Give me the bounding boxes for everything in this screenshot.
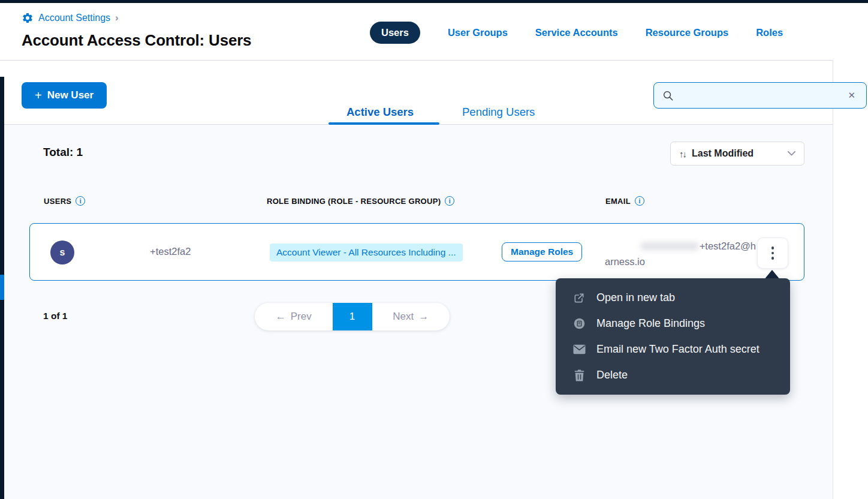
tab-resource-groups[interactable]: Resource Groups: [646, 27, 728, 38]
email-line-1: +test2fa2@h: [605, 238, 756, 254]
kebab-dot: [771, 257, 774, 260]
tab-service-accounts[interactable]: Service Accounts: [535, 27, 618, 38]
pagination-next-button[interactable]: Next →: [372, 303, 450, 330]
row-options-button[interactable]: [757, 238, 788, 269]
chevron-down-icon: [788, 151, 795, 156]
column-header-email: EMAIL i: [605, 196, 644, 206]
sort-arrows-icon: ↑↓: [679, 149, 686, 159]
pagination-page-1[interactable]: 1: [333, 303, 372, 330]
active-tab-underline: [328, 122, 439, 125]
search-icon: [662, 90, 674, 101]
column-header-users: USERS i: [44, 196, 85, 206]
email-header-label: EMAIL: [605, 197, 631, 206]
kebab-dot: [771, 247, 774, 250]
pagination-control: ← Prev 1 Next →: [255, 303, 450, 330]
info-icon[interactable]: i: [445, 196, 454, 206]
email-cell: +test2fa2@h arness.io: [605, 238, 756, 269]
gear-icon: [22, 12, 34, 24]
breadcrumb-account-settings-link[interactable]: Account Settings: [38, 13, 110, 23]
redacted-email-prefix: [641, 242, 698, 250]
tab-users[interactable]: Users: [370, 22, 420, 44]
tab-pending-users[interactable]: Pending Users: [462, 106, 535, 119]
new-user-label: New User: [47, 89, 94, 101]
plus-icon: +: [35, 89, 42, 101]
email-line-2: arness.io: [605, 254, 756, 269]
sort-selected-value: Last Modified: [692, 148, 782, 159]
manage-roles-button[interactable]: Manage Roles: [502, 242, 582, 261]
tab-roles[interactable]: Roles: [756, 27, 783, 38]
close-icon[interactable]: ✕: [845, 89, 858, 102]
account-access-control-page: Account Settings › Account Access Contro…: [0, 0, 868, 499]
prev-label: Prev: [291, 311, 312, 323]
sort-dropdown[interactable]: ↑↓ Last Modified: [670, 142, 804, 166]
menu-item-email-two-factor-secret[interactable]: Email new Two Factor Auth secret: [556, 336, 790, 362]
breadcrumb: Account Settings ›: [22, 12, 119, 24]
column-header-role-binding: ROLE BINDING (ROLE - RESOURCE GROUP) i: [267, 196, 454, 206]
row-context-menu: Open in new tab Manage Role Bindings Ema…: [556, 278, 790, 395]
role-bindings-icon: [572, 317, 586, 330]
menu-item-label: Email new Two Factor Auth secret: [596, 343, 760, 356]
top-nav: Users User Groups Service Accounts Resou…: [370, 22, 783, 44]
top-edge-strip: [0, 0, 868, 3]
content-right-border: [833, 60, 833, 499]
chevron-right-icon: ›: [115, 12, 119, 24]
avatar: s: [50, 241, 74, 264]
external-link-icon: [572, 292, 586, 304]
sidebar-strip-active-indicator: [0, 275, 4, 300]
tab-user-groups[interactable]: User Groups: [448, 27, 508, 38]
email-icon: [572, 344, 586, 354]
total-count-label: Total: 1: [43, 146, 83, 159]
pagination-prev-button[interactable]: ← Prev: [255, 303, 333, 330]
menu-item-delete[interactable]: Delete: [556, 362, 790, 388]
info-icon[interactable]: i: [635, 196, 644, 206]
menu-item-manage-role-bindings[interactable]: Manage Role Bindings: [556, 311, 790, 336]
menu-item-label: Manage Role Bindings: [596, 317, 705, 330]
role-binding-chip[interactable]: Account Viewer - All Resources Including…: [270, 244, 463, 261]
tab-active-users[interactable]: Active Users: [346, 106, 414, 119]
info-icon[interactable]: i: [76, 196, 85, 206]
menu-item-open-in-new-tab[interactable]: Open in new tab: [556, 285, 790, 311]
table-row[interactable]: s +test2fa2 Account Viewer - All Resourc…: [29, 223, 804, 281]
search-input[interactable]: [680, 90, 845, 101]
menu-item-label: Delete: [596, 369, 628, 381]
arrow-left-icon: ←: [276, 311, 286, 323]
user-name: +test2fa2: [150, 246, 191, 257]
email-visible-part: +test2fa2@h: [700, 238, 756, 254]
role-binding-header-label: ROLE BINDING (ROLE - RESOURCE GROUP): [267, 197, 441, 206]
kebab-dot: [771, 252, 774, 255]
arrow-right-icon: →: [418, 311, 429, 323]
header-divider: [0, 60, 833, 61]
next-label: Next: [393, 311, 414, 323]
search-box[interactable]: ✕: [653, 82, 867, 109]
delete-icon: [572, 369, 586, 381]
new-user-button[interactable]: + New User: [22, 82, 107, 109]
page-title: Account Access Control: Users: [22, 31, 251, 50]
menu-item-label: Open in new tab: [596, 291, 675, 304]
users-header-label: USERS: [44, 197, 71, 206]
pagination-range-label: 1 of 1: [43, 311, 67, 321]
